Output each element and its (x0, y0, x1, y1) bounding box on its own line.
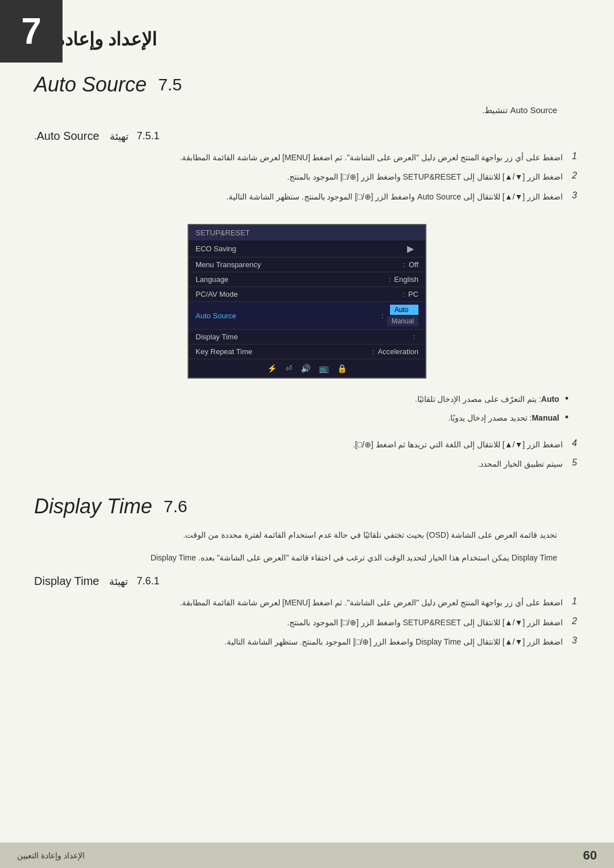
step-number-4: 4 (563, 438, 580, 448)
subsection-7-6-1-title: 7.6.1 تهيئة Display Time (0, 569, 614, 593)
bullet-dot-1: • (565, 393, 569, 405)
osd-icon-sound: 🔊 (301, 364, 310, 373)
subsection-7-6-1-name: Display Time (34, 575, 99, 588)
osd-manual-option: Manual (387, 316, 418, 326)
osd-transparency-value: Off (409, 260, 418, 269)
osd-autosource-label: Auto Source (196, 312, 378, 320)
osd-row-transparency: Menu Transparency : Off (189, 258, 425, 272)
section-7-5-number: 7.5 (158, 75, 182, 94)
subsection-7-5-1-title: 7.5.1 تهيئة Auto Source. (0, 124, 614, 148)
steps-7-6: 1 اضغط على أي زر بواجهة المنتج لعرض دليل… (0, 593, 614, 661)
step-item-3: 3 اضغط الزر [▼/▲] للانتقال إلى Auto Sour… (45, 190, 580, 203)
step-7-6-number-3: 3 (563, 636, 580, 646)
osd-icon-display: 📺 (319, 364, 329, 373)
step-7-6-text-3: اضغط الزر [▼/▲] للانتقال إلى Display Tim… (45, 636, 563, 648)
bullet-auto: • Auto: يتم التعرّف على مصدر الإدخال تلق… (45, 393, 569, 405)
step-7-6-item-1: 1 اضغط على أي زر بواجهة المنتج لعرض دليل… (45, 596, 580, 609)
step-7-6-number-1: 1 (563, 596, 580, 607)
bullet-text-manual: Manual: تحديد مصدر إدخال يدويًا. (448, 412, 559, 424)
section-7-5-title: 7.5 Auto Source (0, 56, 614, 102)
bullet-text-auto: Auto: يتم التعرّف على مصدر الإدخال تلقائ… (415, 393, 559, 405)
bullet-manual: • Manual: تحديد مصدر إدخال يدويًا. (45, 412, 569, 424)
osd-pcav-value: PC (408, 290, 418, 298)
step-7-6-item-3: 3 اضغط الزر [▼/▲] للانتقال إلى Display T… (45, 636, 580, 648)
osd-icon-power: ⚡ (267, 364, 277, 373)
osd-footer: 🔒 📺 🔊 ⏎ ⚡ (189, 359, 425, 377)
section-7-5-name: Auto Source (34, 73, 147, 97)
osd-keyrepeat-value: Acceleration (377, 347, 418, 356)
page-footer: 60 الإعداد وإعادة التعيين (0, 842, 614, 868)
osd-language-value: English (394, 275, 418, 284)
step-number-3: 3 (563, 190, 580, 201)
subsection-7-5-1-prefix: تهيئة (110, 130, 128, 143)
step-item-1: 1 اضغط على أي زر بواجهة المنتج لعرض دليل… (45, 151, 580, 164)
step-text-4: اضغط الزر [▼/▲] للانتقال إلى اللغة التي … (45, 438, 563, 451)
osd-row-autosource: Auto Source : Auto Manual (189, 302, 425, 330)
osd-row-eco: ECO Saving ▶ (189, 240, 425, 258)
desc-display-time-2: Display Time يمكن استخدام هذا الخيار لتح… (0, 547, 614, 570)
osd-header: SETUP&RESET (189, 225, 425, 240)
page-container: الإعداد وإعادة التعيين 7 7.5 Auto Source… (0, 0, 614, 868)
osd-eco-label: ECO Saving (196, 244, 407, 253)
steps-7-5-cont: 4 اضغط الزر [▼/▲] للانتقال إلى اللغة الت… (0, 435, 614, 483)
content-area: 7.5 Auto Source Auto Source تنشيط. 7.5.1… (0, 56, 614, 695)
steps-7-5: 1 اضغط على أي زر بواجهة المنتج لعرض دليل… (0, 148, 614, 215)
chapter-number: 7 (0, 0, 63, 63)
osd-row-displaytime: Display Time : (189, 330, 425, 344)
osd-pcav-label: PC/AV Mode (196, 290, 399, 298)
osd-icon-enter: ⏎ (285, 364, 292, 373)
step-text-3: اضغط الزر [▼/▲] للانتقال إلى Auto Source… (45, 190, 563, 203)
osd-language-label: Language (196, 275, 385, 284)
step-7-6-item-2: 2 اضغط الزر [▼/▲] للانتقال إلى SETUP&RES… (45, 616, 580, 629)
osd-screenshot: SETUP&RESET ECO Saving ▶ Menu Transparen… (0, 224, 614, 379)
section-7-6-title: 7.6 Display Time (0, 483, 614, 524)
step-text-5: سيتم تطبيق الخيار المحدد. (45, 458, 563, 470)
step-item-5: 5 سيتم تطبيق الخيار المحدد. (45, 458, 580, 470)
subsection-7-5-1-name: Auto Source (36, 130, 99, 143)
step-number-2: 2 (563, 171, 580, 181)
osd-icon-lock: 🔒 (337, 364, 347, 373)
osd-transparency-label: Menu Transparency (196, 260, 400, 269)
activation-text: Auto Source تنشيط. (0, 102, 614, 124)
desc-display-time-1: تحديد قائمة العرض على الشاشة (OSD) بحيث … (0, 524, 614, 547)
subsection-7-6-1-number: 7.6.1 (136, 575, 159, 587)
step-7-6-text-2: اضغط الزر [▼/▲] للانتقال إلى SETUP&RESET… (45, 616, 563, 629)
step-number-1: 1 (563, 151, 580, 161)
bullet-list-7-5: • Auto: يتم التعرّف على مصدر الإدخال تلق… (0, 387, 614, 435)
section-7-6-number: 7.6 (164, 497, 188, 516)
osd-keyrepeat-label: Key Repeat Time (196, 347, 369, 356)
subsection-7-5-1-number: 7.5.1 (137, 130, 160, 142)
osd-box: SETUP&RESET ECO Saving ▶ Menu Transparen… (188, 224, 426, 379)
footer-page-number: 60 (583, 848, 597, 863)
subsection-7-6-1-prefix: تهيئة (109, 575, 128, 588)
step-number-5: 5 (563, 458, 580, 468)
osd-autosource-dropdown: Auto Manual (387, 305, 418, 326)
chapter-header: الإعداد وإعادة التعيين 7 (0, 0, 614, 56)
osd-row-language: Language : English (189, 272, 425, 287)
osd-row-pcav: PC/AV Mode : PC (189, 287, 425, 302)
osd-eco-arrow: ▶ (407, 243, 414, 254)
step-text-2: اضغط الزر [▼/▲] للانتقال إلى SETUP&RESET… (45, 171, 563, 183)
step-item-2: 2 اضغط الزر [▼/▲] للانتقال إلى SETUP&RES… (45, 171, 580, 183)
footer-chapter-label: الإعداد وإعادة التعيين (17, 851, 85, 860)
osd-displaytime-label: Display Time (196, 333, 409, 341)
osd-row-keyrepeat: Key Repeat Time : Acceleration (189, 344, 425, 359)
bullet-dot-2: • (565, 412, 569, 423)
section-7-6-name: Display Time (34, 495, 152, 518)
step-item-4: 4 اضغط الزر [▼/▲] للانتقال إلى اللغة الت… (45, 438, 580, 451)
step-text-1: اضغط على أي زر بواجهة المنتج لعرض دليل "… (45, 151, 563, 164)
step-7-6-number-2: 2 (563, 616, 580, 626)
step-7-6-text-1: اضغط على أي زر بواجهة المنتج لعرض دليل "… (45, 596, 563, 609)
osd-auto-option: Auto (390, 305, 418, 315)
